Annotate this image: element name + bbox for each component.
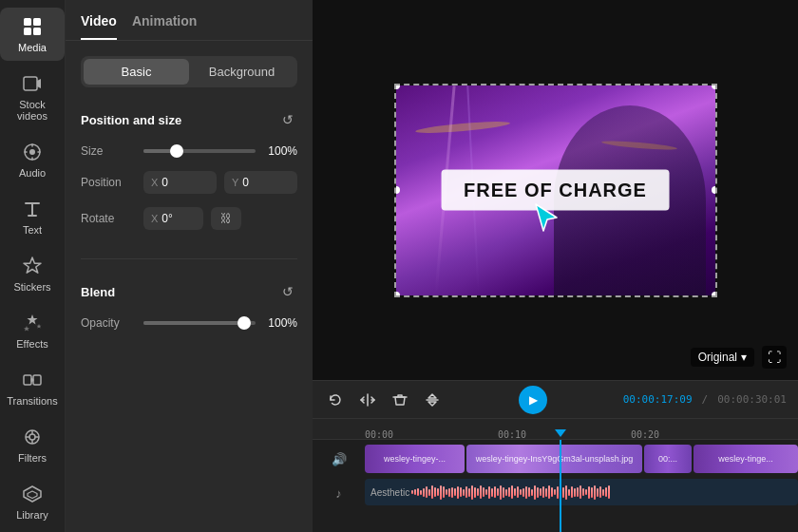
waveform-bar (582, 488, 584, 496)
svg-point-10 (29, 434, 35, 440)
sidebar-item-effects[interactable]: Effects (0, 304, 65, 357)
position-inputs: X Y (143, 171, 297, 194)
waveform-bar (599, 486, 601, 498)
sidebar-item-media[interactable]: Media (0, 8, 65, 61)
stickers-icon (21, 255, 44, 277)
quality-selector[interactable]: Original ▾ (691, 348, 754, 367)
sidebar-item-stickers[interactable]: Stickers (0, 247, 65, 300)
waveform-bar (531, 489, 533, 496)
rotate-link-button[interactable]: ⛓ (211, 207, 241, 230)
toggle-background[interactable]: Background (189, 59, 294, 85)
sidebar-item-audio[interactable]: Audio (0, 133, 65, 186)
waveform-bar (494, 486, 496, 498)
svg-rect-7 (24, 375, 31, 385)
size-value: 100% (263, 144, 297, 158)
main-area: FREE OF CHARGE Original ▾ ⛶ (313, 0, 798, 532)
divider-1 (81, 258, 297, 259)
handle-mr[interactable] (712, 186, 717, 194)
waveform-bar (471, 485, 473, 500)
handle-bl[interactable] (394, 292, 400, 297)
toggle-basic[interactable]: Basic (84, 59, 189, 85)
sidebar-label-stickers: Stickers (13, 281, 50, 293)
rotate-x-field[interactable]: X (143, 207, 203, 230)
waveform-bar (534, 485, 536, 500)
waveform-bar (608, 485, 610, 499)
filters-icon (21, 426, 44, 448)
preview-area: FREE OF CHARGE Original ▾ ⛶ (313, 0, 798, 380)
sidebar-item-filters[interactable]: Filters (0, 418, 65, 471)
audio-track-icon: ♪ (335, 486, 342, 501)
waveform-bar (574, 488, 576, 497)
link-icon: ⛓ (220, 212, 232, 225)
total-time: 00:00:30:01 (717, 393, 787, 406)
svg-rect-8 (33, 375, 41, 385)
waveform-bar (480, 485, 482, 499)
position-y-input[interactable] (242, 176, 290, 189)
playback-bar: ▶ 00:00:17:09 / 00:00:30:01 (313, 380, 798, 418)
video-track-icon: 🔊 (332, 452, 347, 466)
waveform-bar (477, 488, 479, 496)
waveform-bar (457, 486, 459, 499)
fullscreen-button[interactable]: ⛶ (762, 346, 787, 369)
position-y-field[interactable]: Y (224, 171, 297, 194)
position-size-header: Position and size ↺ (81, 103, 297, 129)
size-slider[interactable] (143, 149, 256, 153)
video-track-content: wesley-tingey-... wesley-tingey-InsY9gGm… (365, 445, 798, 473)
timeline-playhead-line (560, 440, 561, 532)
video-clip-1[interactable]: wesley-tingey-... (365, 445, 465, 473)
video-clip-2[interactable]: wesley-tingey-InsY9gGm3al-unsplash.jpg (466, 445, 642, 473)
waveform-bar (551, 487, 553, 497)
video-preview: FREE OF CHARGE (394, 84, 717, 297)
waveform-bar (488, 486, 490, 499)
waveform-bar (597, 488, 598, 497)
sidebar-item-library[interactable]: Library (0, 475, 65, 528)
waveform-bar (446, 489, 447, 495)
undo-button[interactable] (324, 389, 347, 411)
sidebar-item-text[interactable]: Text (0, 190, 65, 243)
waveform-bar (525, 486, 527, 499)
sidebar-item-stock-videos[interactable]: Stock videos (0, 65, 65, 129)
rotate-x-label: X (151, 213, 158, 224)
position-x-field[interactable]: X (143, 171, 217, 194)
size-label: Size (81, 144, 136, 158)
time-separator: / (702, 393, 709, 406)
opacity-slider[interactable] (143, 321, 256, 325)
waveform-bar (520, 489, 522, 495)
audio-label: Aesthetic (370, 487, 409, 498)
delete-button[interactable] (389, 389, 411, 411)
library-icon (21, 483, 44, 505)
split-button[interactable] (356, 389, 379, 411)
sidebar-item-transitions[interactable]: Transitions (0, 361, 65, 414)
position-x-input[interactable] (162, 176, 209, 189)
waveform-bar (423, 488, 425, 497)
fullscreen-icon: ⛶ (768, 350, 781, 365)
blend-reset[interactable]: ↺ (278, 282, 297, 301)
tab-video[interactable]: Video (81, 13, 117, 40)
handle-tr[interactable] (712, 84, 717, 89)
play-button[interactable]: ▶ (519, 386, 547, 414)
toggle-group: Basic Background (81, 56, 297, 87)
handle-br[interactable] (712, 292, 717, 297)
handle-tl[interactable] (394, 84, 400, 89)
opacity-label: Opacity (81, 316, 136, 330)
tab-animation[interactable]: Animation (132, 13, 197, 40)
video-clip-4[interactable]: wesley-tinge... (694, 445, 798, 473)
waveform-bar (511, 485, 513, 499)
svg-rect-4 (24, 77, 37, 90)
audio-clip[interactable]: Aesthetic (365, 479, 798, 505)
flip-button[interactable] (421, 389, 444, 411)
waveform-bar (491, 488, 493, 497)
sidebar-label-stock-videos: Stock videos (4, 99, 61, 122)
quality-chevron: ▾ (741, 351, 747, 364)
position-size-reset[interactable]: ↺ (278, 110, 297, 129)
rotate-x-input[interactable] (162, 212, 196, 225)
text-icon (21, 198, 44, 220)
overlay-text: FREE OF CHARGE (464, 180, 647, 200)
sidebar: Media Stock videos Audio (0, 0, 66, 532)
position-x-label: X (151, 177, 158, 188)
waveform-bar (605, 487, 607, 497)
size-control: Size 100% (81, 144, 297, 158)
transitions-icon (21, 369, 44, 391)
video-clip-3[interactable]: 00:... (644, 445, 692, 473)
waveform-bar (580, 485, 581, 499)
